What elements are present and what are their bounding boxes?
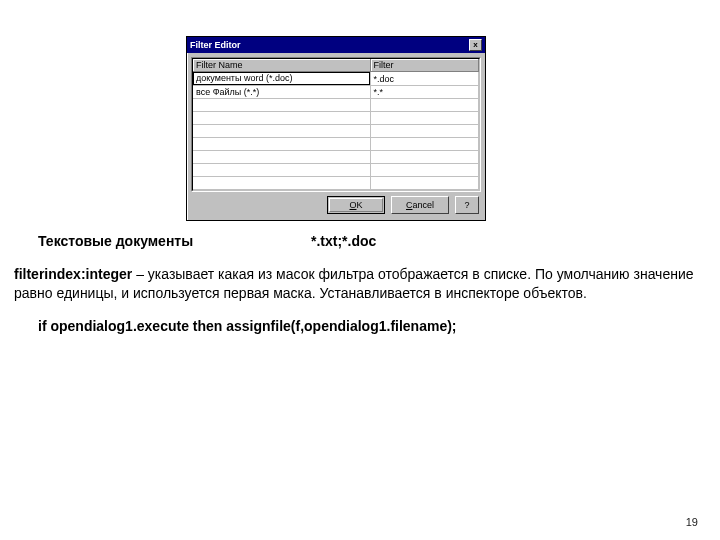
column-header-filter[interactable]: Filter: [370, 59, 479, 72]
table-row[interactable]: [193, 138, 479, 151]
table-row[interactable]: все Файлы (*.*) *.*: [193, 86, 479, 99]
table-row[interactable]: документы word (*.doc) *.doc: [193, 72, 479, 86]
example-label: Текстовые документы: [38, 233, 193, 249]
filter-pattern-cell[interactable]: *.*: [370, 86, 479, 99]
cancel-button[interactable]: Cancel: [391, 196, 449, 214]
example-value: *.txt;*.doc: [311, 233, 376, 249]
property-name: filterindex:integer: [14, 266, 132, 282]
table-row[interactable]: [193, 164, 479, 177]
table-row[interactable]: [193, 99, 479, 112]
table-row[interactable]: [193, 151, 479, 164]
page-number: 19: [686, 516, 698, 528]
filter-grid[interactable]: Filter Name Filter документы word (*.doc…: [191, 57, 481, 192]
help-button[interactable]: ?: [455, 196, 479, 214]
titlebar[interactable]: Filter Editor x: [187, 37, 485, 53]
code-line: if opendialog1.execute then assignfile(f…: [14, 317, 706, 336]
dialog-title: Filter Editor: [190, 37, 241, 53]
table-row[interactable]: [193, 112, 479, 125]
column-header-name[interactable]: Filter Name: [193, 59, 370, 72]
document-body: Текстовые документы *.txt;*.doc filterin…: [14, 232, 706, 350]
table-row[interactable]: [193, 177, 479, 190]
filter-editor-dialog: Filter Editor x Filter Name Filter: [186, 36, 486, 221]
filter-name-cell-editing[interactable]: документы word (*.doc): [193, 72, 370, 85]
table-row[interactable]: [193, 125, 479, 138]
filter-pattern-cell[interactable]: *.doc: [370, 72, 479, 86]
filter-name-cell[interactable]: все Файлы (*.*): [193, 86, 370, 99]
close-icon[interactable]: x: [469, 39, 482, 51]
ok-button[interactable]: OK: [327, 196, 385, 214]
